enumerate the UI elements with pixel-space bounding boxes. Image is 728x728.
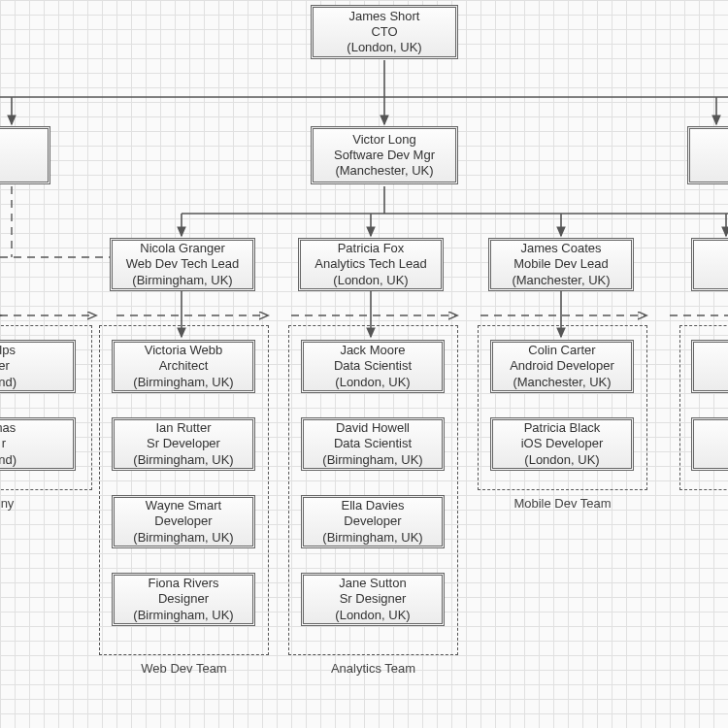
node-name: Victor Long <box>352 132 416 148</box>
node-qa-partial[interactable]: Ma QA (Lo <box>687 126 728 184</box>
node-title: CTO <box>371 24 397 40</box>
node-web2[interactable]: Ian Rutter Sr Developer (Birmingham, UK) <box>112 417 255 471</box>
node-other-lead-partial[interactable]: O S (Birm <box>691 238 728 291</box>
node-o2-partial[interactable]: P SC (Mar <box>691 417 728 471</box>
node-web4[interactable]: Fiona Rivers Designer (Birmingham, UK) <box>112 573 255 626</box>
node-loc: (Manchester, UK) <box>335 163 433 179</box>
node-web-lead[interactable]: Nicola Granger Web Dev Tech Lead (Birmin… <box>110 238 255 291</box>
team-label: Mobile Dev Team <box>479 496 646 511</box>
node-cto[interactable]: James Short CTO (London, UK) <box>311 5 458 59</box>
node-o1-partial[interactable]: T Sr S (Birr <box>691 340 728 393</box>
node-analytics-lead[interactable]: Patricia Fox Analytics Tech Lead (London… <box>298 238 444 291</box>
node-web3[interactable]: Wayne Smart Developer (Birmingham, UK) <box>112 495 255 548</box>
node-ex1-partial[interactable]: elps er and) <box>0 340 76 393</box>
node-an4[interactable]: Jane Sutton Sr Designer (London, UK) <box>301 573 445 626</box>
team-label: ny <box>0 496 91 511</box>
node-ex2-partial[interactable]: mas r and) <box>0 417 76 471</box>
node-mob2[interactable]: Patricia Black iOS Developer (London, UK… <box>490 417 634 471</box>
node-web1[interactable]: Victoria Webb Architect (Birmingham, UK) <box>112 340 255 393</box>
node-title: Software Dev Mgr <box>334 148 435 163</box>
node-loc: (London, UK) <box>347 40 421 55</box>
node-devmgr[interactable]: Victor Long Software Dev Mgr (Manchester… <box>311 126 458 184</box>
node-mobile-lead[interactable]: James Coates Mobile Dev Lead (Manchester… <box>488 238 634 291</box>
node-an2[interactable]: David Howell Data Scientist (Birmingham,… <box>301 417 445 471</box>
team-label: Web Dev Team <box>100 661 268 676</box>
team-label: Softw <box>680 496 728 511</box>
team-label: Analytics Team <box>289 661 457 676</box>
node-mob1[interactable]: Colin Carter Android Developer (Manchest… <box>490 340 634 393</box>
node-an3[interactable]: Ella Davies Developer (Birmingham, UK) <box>301 495 445 548</box>
node-an1[interactable]: Jack Moore Data Scientist (London, UK) <box>301 340 445 393</box>
node-name: James Short <box>349 9 420 24</box>
node-coordinator-partial[interactable]: inator UK) <box>0 126 50 184</box>
